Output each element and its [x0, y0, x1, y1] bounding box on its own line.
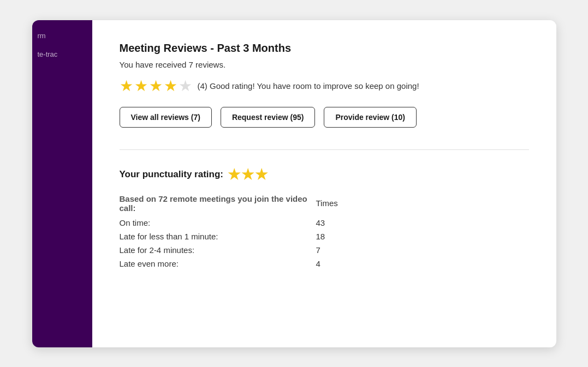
p-star-1: ★	[228, 166, 240, 183]
view-all-reviews-button[interactable]: View all reviews (7)	[120, 107, 212, 128]
request-review-button[interactable]: Request review (95)	[221, 107, 316, 128]
sidebar-item-1: rm	[38, 31, 87, 41]
sidebar-item-3: te-trac	[38, 50, 87, 59]
star-4: ★	[164, 77, 177, 95]
star-rating: ★ ★ ★ ★ ★	[120, 77, 192, 95]
p-star-2: ★	[241, 166, 254, 183]
row-value-1: 18	[316, 230, 529, 243]
rating-text: (4) Good rating! You have room to improv…	[198, 81, 419, 91]
row-label-0: On time:	[120, 216, 316, 230]
row-value-0: 43	[316, 216, 529, 230]
table-row: Late for 2-4 minutes: 7	[120, 243, 529, 257]
row-label-3: Late even more:	[120, 257, 316, 270]
punctuality-star-rating: ★ ★ ★	[228, 166, 268, 183]
action-buttons: View all reviews (7) Request review (95)…	[120, 107, 529, 128]
row-value-3: 4	[316, 257, 529, 270]
table-row: Late even more: 4	[120, 257, 529, 270]
table-row: Late for less than 1 minute: 18	[120, 230, 529, 243]
punctuality-table: Based on 72 remote meetings you join the…	[120, 192, 529, 270]
star-5: ★	[179, 77, 192, 95]
provide-review-button[interactable]: Provide review (10)	[324, 107, 417, 128]
page-title: Meeting Reviews - Past 3 Months	[120, 42, 529, 55]
row-label-2: Late for 2-4 minutes:	[120, 243, 316, 257]
punctuality-section: Your punctuality rating: ★ ★ ★ Based on …	[120, 166, 529, 270]
row-value-2: 7	[316, 243, 529, 257]
p-star-3: ★	[255, 166, 268, 183]
app-wrapper: rm te-trac Meeting Reviews - Past 3 Mont…	[32, 20, 556, 347]
main-content: Meeting Reviews - Past 3 Months You have…	[92, 20, 556, 347]
rating-row: ★ ★ ★ ★ ★ (4) Good rating! You have room…	[120, 77, 529, 95]
row-label-1: Late for less than 1 minute:	[120, 230, 316, 243]
section-divider	[120, 149, 529, 150]
col-header-label: Based on 72 remote meetings you join the…	[120, 192, 316, 216]
punctuality-label: Your punctuality rating:	[120, 169, 223, 180]
table-header-row: Based on 72 remote meetings you join the…	[120, 192, 529, 216]
star-3: ★	[149, 77, 163, 95]
table-row: On time: 43	[120, 216, 529, 230]
punctuality-title-row: Your punctuality rating: ★ ★ ★	[120, 166, 529, 183]
col-header-times: Times	[316, 192, 529, 216]
sidebar: rm te-trac	[32, 20, 92, 347]
star-2: ★	[134, 77, 148, 95]
star-1: ★	[120, 77, 133, 95]
reviews-count-text: You have received 7 reviews.	[120, 60, 529, 69]
